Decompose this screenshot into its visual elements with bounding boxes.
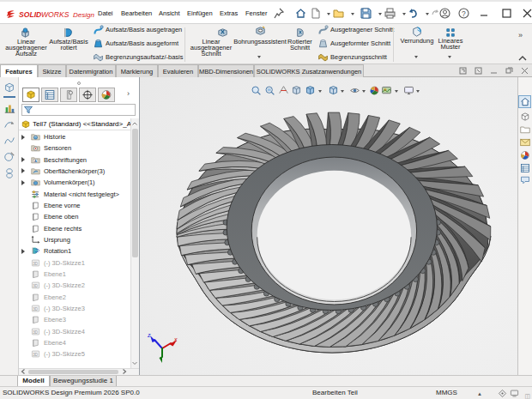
svg-text:3D: 3D <box>33 329 38 334</box>
svg-text:?: ? <box>462 9 466 18</box>
svg-text:x: x <box>173 336 178 342</box>
svg-text:Design: Design <box>73 11 94 19</box>
svg-text:3D: 3D <box>33 307 38 311</box>
svg-text:SOLID: SOLID <box>19 10 41 19</box>
svg-text:3D: 3D <box>33 261 38 265</box>
svg-text:A: A <box>34 159 37 163</box>
svg-text:3D: 3D <box>33 353 38 357</box>
svg-text:z: z <box>147 332 151 338</box>
svg-text:WORKS: WORKS <box>41 10 70 19</box>
svg-text:3D: 3D <box>33 284 38 288</box>
